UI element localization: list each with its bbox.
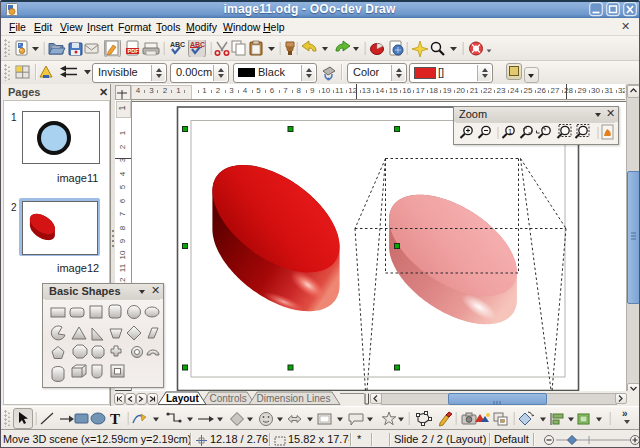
svg-text:ABC: ABC <box>170 41 185 48</box>
svg-text:Controls: Controls <box>210 393 247 404</box>
svg-text:Layout: Layout <box>166 393 199 404</box>
svg-text:1: 1 <box>508 127 512 136</box>
svg-text:T: T <box>110 411 120 427</box>
svg-text:ABC: ABC <box>190 41 205 48</box>
svg-text:Dimension Lines: Dimension Lines <box>257 393 331 404</box>
svg-text:PDF: PDF <box>128 48 140 54</box>
